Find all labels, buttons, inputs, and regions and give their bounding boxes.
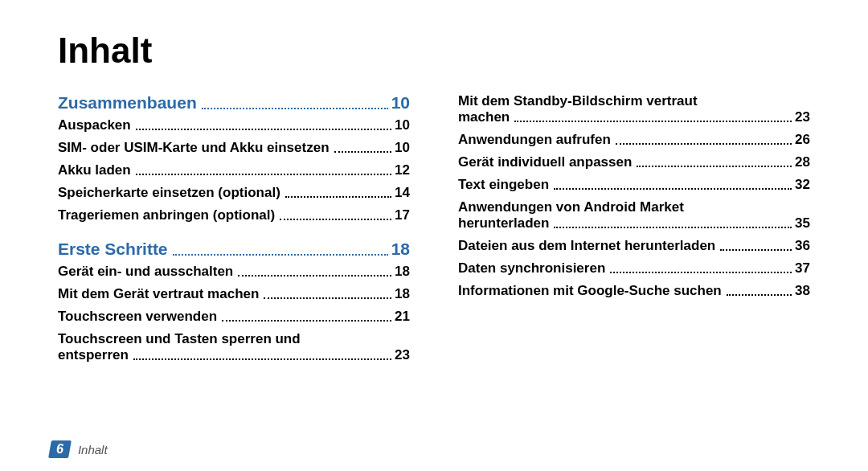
entry-label-line1: Mit dem Standby-Bildschirm vertraut: [458, 93, 810, 109]
entry-page: 37: [795, 260, 810, 276]
leader-dots: [222, 320, 391, 322]
leader-dots: [264, 297, 391, 299]
toc-entry[interactable]: Anwendungen von Android Market herunterl…: [458, 199, 810, 231]
toc-entry[interactable]: Mit dem Gerät vertraut machen 18: [58, 286, 410, 302]
entry-label: Mit dem Gerät vertraut machen: [58, 286, 259, 302]
toc-block: Auspacken 10 SIM- oder USIM-Karte und Ak…: [58, 117, 410, 223]
leader-dots: [334, 151, 392, 153]
leader-dots: [554, 227, 792, 228]
entry-page: 28: [795, 154, 810, 170]
leader-dots: [173, 254, 388, 256]
entry-label: Informationen mit Google-Suche suchen: [458, 283, 722, 299]
leader-dots: [554, 188, 792, 190]
leader-dots: [610, 272, 792, 273]
toc-entry[interactable]: Akku laden 12: [58, 162, 410, 178]
entry-label: Gerät individuell anpassen: [458, 154, 632, 170]
toc-block: Gerät ein- und ausschalten 18 Mit dem Ge…: [58, 264, 410, 363]
leader-dots: [727, 294, 792, 296]
entry-page: 12: [395, 162, 410, 178]
entry-label: Akku laden: [58, 162, 131, 178]
toc-entry[interactable]: Mit dem Standby-Bildschirm vertraut mach…: [458, 93, 810, 125]
toc-page: Inhalt Zusammenbauen 10 Auspacken 10 SIM…: [0, 0, 868, 471]
entry-page: 32: [795, 177, 810, 193]
toc-entry[interactable]: Gerät individuell anpassen 28: [458, 154, 810, 170]
toc-block: Mit dem Standby-Bildschirm vertraut mach…: [458, 93, 810, 299]
entry-page: 17: [395, 207, 410, 223]
entry-page: 38: [795, 283, 810, 299]
entry-label: Text eingeben: [458, 177, 549, 193]
page-number-badge: 6: [48, 440, 72, 458]
leader-dots: [202, 108, 388, 109]
entry-page: 23: [795, 109, 810, 125]
entry-page: 14: [395, 185, 410, 201]
toc-entry[interactable]: Daten synchronisieren 37: [458, 260, 810, 276]
leader-dots: [616, 143, 792, 145]
leader-dots: [136, 129, 391, 130]
entry-label: SIM- oder USIM-Karte und Akku einsetzen: [58, 140, 330, 156]
toc-entry[interactable]: Anwendungen aufrufen 26: [458, 132, 810, 148]
leader-dots: [136, 174, 391, 175]
toc-column-right: Mit dem Standby-Bildschirm vertraut mach…: [458, 93, 810, 363]
entry-page: 23: [395, 347, 410, 363]
entry-label: Auspacken: [58, 117, 131, 133]
entry-page: 18: [395, 286, 410, 302]
entry-label-line1: Anwendungen von Android Market: [458, 199, 810, 215]
entry-label: Dateien aus dem Internet herunterladen: [458, 238, 715, 254]
toc-entry[interactable]: Auspacken 10: [58, 117, 410, 133]
toc-entry[interactable]: SIM- oder USIM-Karte und Akku einsetzen …: [58, 140, 410, 156]
entry-label-line2: entsperren: [58, 347, 129, 363]
toc-entry[interactable]: Dateien aus dem Internet herunterladen 3…: [458, 238, 810, 254]
entry-page: 21: [395, 309, 410, 325]
entry-label: Anwendungen aufrufen: [458, 132, 611, 148]
entry-page: 26: [795, 132, 810, 148]
entry-page: 10: [395, 140, 410, 156]
leader-dots: [720, 249, 792, 251]
entry-label-line2: herunterladen: [458, 215, 549, 231]
entry-label: Speicherkarte einsetzen (optional): [58, 185, 280, 201]
toc-columns: Zusammenbauen 10 Auspacken 10 SIM- oder …: [58, 93, 810, 363]
leader-dots: [637, 166, 792, 167]
leader-dots: [133, 358, 391, 360]
page-title: Inhalt: [58, 31, 810, 71]
toc-entry[interactable]: Touchscreen und Tasten sperren und entsp…: [58, 331, 410, 363]
section-label: Zusammenbauen: [58, 93, 197, 113]
section-head-zusammenbauen[interactable]: Zusammenbauen 10: [58, 93, 410, 113]
toc-entry[interactable]: Gerät ein- und ausschalten 18: [58, 264, 410, 280]
section-label: Erste Schritte: [58, 240, 168, 259]
page-footer: 6 Inhalt: [50, 440, 108, 458]
entry-label: Gerät ein- und ausschalten: [58, 264, 233, 280]
toc-entry[interactable]: Trageriemen anbringen (optional) 17: [58, 207, 410, 223]
entry-page: 36: [795, 238, 810, 254]
leader-dots: [238, 275, 391, 276]
leader-dots: [285, 196, 391, 198]
entry-label: Trageriemen anbringen (optional): [58, 207, 275, 223]
toc-entry[interactable]: Touchscreen verwenden 21: [58, 309, 410, 325]
leader-dots: [280, 219, 391, 220]
leader-dots: [514, 121, 792, 122]
entry-page: 18: [395, 264, 410, 280]
section-page: 18: [391, 240, 410, 259]
entry-label: Daten synchronisieren: [458, 260, 605, 276]
entry-label-line1: Touchscreen und Tasten sperren und: [58, 331, 410, 347]
section-head-erste-schritte[interactable]: Erste Schritte 18: [58, 240, 410, 259]
toc-entry[interactable]: Text eingeben 32: [458, 177, 810, 193]
entry-label-line2: machen: [458, 109, 510, 125]
entry-label: Touchscreen verwenden: [58, 309, 217, 325]
section-page: 10: [391, 93, 410, 113]
entry-page: 10: [395, 117, 410, 133]
entry-page: 35: [795, 215, 810, 231]
toc-entry[interactable]: Informationen mit Google-Suche suchen 38: [458, 283, 810, 299]
toc-entry[interactable]: Speicherkarte einsetzen (optional) 14: [58, 185, 410, 201]
toc-column-left: Zusammenbauen 10 Auspacken 10 SIM- oder …: [58, 93, 410, 363]
footer-label: Inhalt: [78, 443, 108, 457]
